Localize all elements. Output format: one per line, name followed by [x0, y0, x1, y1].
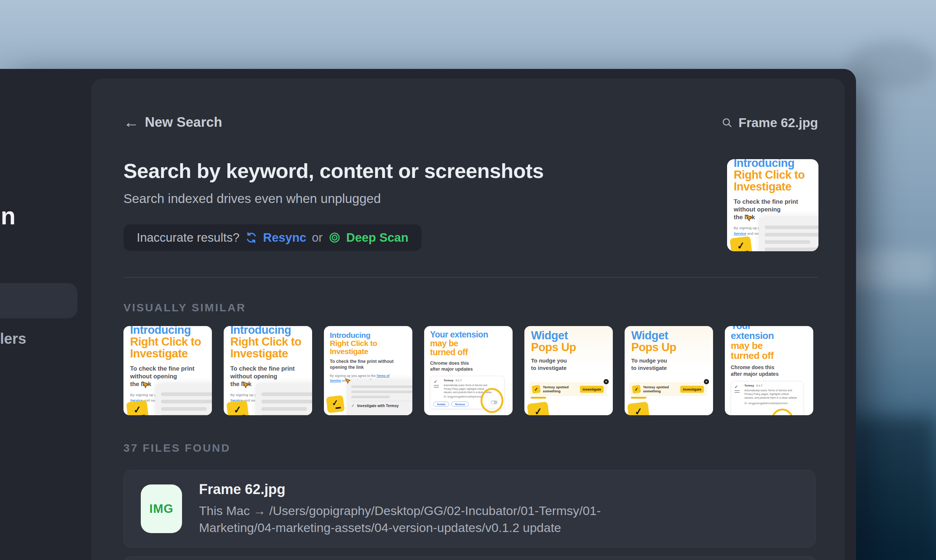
visually-similar-label: VISUALLY SIMILAR — [123, 302, 246, 314]
thumb-title: Right Click to Investigate — [130, 336, 207, 360]
details-button: Details — [433, 402, 449, 407]
thumb-body: Chrome does this after major updates — [731, 364, 808, 377]
termsy-sticker-icon: ✓ — [527, 402, 550, 415]
hand-cursor-icon — [140, 381, 151, 392]
thumb-kicker: Your extension — [731, 326, 790, 341]
similar-thumbnail-widget-popup[interactable]: Widget Pops Up To nudge you to investiga… — [625, 326, 713, 415]
highlight-ring — [771, 409, 794, 415]
thumb-kicker: Introducing — [230, 326, 307, 336]
visually-similar-row: Introducing Right Click to Investigate T… — [123, 326, 813, 415]
refresh-icon — [245, 231, 257, 244]
arrow-left-icon: ← — [123, 115, 139, 130]
termsy-sticker-icon: ✓ — [627, 402, 650, 415]
resync-prompt: Inaccurate results? — [137, 231, 240, 245]
termsy-mono-logo-icon: ✓ — [434, 380, 439, 388]
toast-text: Termsy spotted something — [543, 385, 577, 393]
section-divider — [123, 277, 818, 278]
deep-scan-icon — [328, 231, 341, 244]
page-subtitle: Search indexed drives even when unplugge… — [123, 191, 381, 206]
thumb-kicker: Introducing — [330, 331, 407, 339]
search-panel: ← New Search Frame 62.jpg Search by keyw… — [91, 78, 845, 560]
similar-thumbnail-rcti[interactable]: Introducing Right Click to Investigate T… — [727, 159, 819, 251]
query-filename-chip[interactable]: Frame 62.jpg — [721, 115, 818, 130]
similar-thumbnail-rcti[interactable]: Introducing Right Click to Investigate T… — [224, 326, 312, 415]
extension-description: Automatically scans Terms of Service and… — [744, 389, 801, 400]
result-row-partial[interactable] — [123, 556, 816, 560]
magnifier-icon — [721, 117, 733, 129]
termsy-sticker-icon: ✓ — [730, 236, 753, 251]
skeleton-tooltip: ✓ Investigate with Termsy — [347, 380, 413, 415]
close-dot-icon: × — [603, 379, 609, 384]
investigate-button: Investigate — [680, 386, 704, 393]
thumb-kicker: Introducing — [734, 159, 813, 169]
investigate-footer: ✓ Investigate with Termsy — [351, 401, 413, 408]
or-label: or — [312, 231, 322, 245]
back-label: New Search — [145, 115, 222, 130]
thumb-title: Right Click to Investigate — [734, 169, 813, 193]
investigate-button: Investigate — [580, 386, 603, 393]
extension-id: ID: langgciwcigjafbkhonahbapihemein — [744, 402, 801, 405]
skeleton-tooltip — [155, 383, 212, 415]
similar-thumbnail-rcti-small[interactable]: Introducing Right Click to Investigate T… — [324, 326, 413, 415]
thumb-title: Pops Up — [631, 342, 708, 353]
thumb-content: Introducing Right Click to Investigate T… — [324, 326, 413, 383]
img-file-badge: IMG — [141, 485, 182, 533]
termsy-toast: ✓ Termsy spotted something Investigate × — [629, 382, 707, 396]
skeleton-tooltip — [256, 383, 312, 415]
thumb-kicker: Widget — [531, 330, 608, 342]
thumb-content: Your extension may be turned off Chrome … — [424, 326, 513, 409]
highlight-ring — [480, 388, 503, 413]
skeleton-tooltip — [759, 217, 819, 251]
thumb-body: To nudge you to investigate — [531, 357, 608, 371]
resync-bar: Inaccurate results? Resync or Deep Scan — [123, 225, 422, 251]
extension-info-box: ✓ Termsy0.1.7 Automatically scans Terms … — [430, 376, 505, 409]
result-row[interactable]: IMG Frame 62.jpg This Mac → /Users/gopig… — [123, 470, 816, 548]
toast-text: Termsy spotted something — [643, 385, 678, 393]
hand-cursor-icon — [241, 381, 251, 392]
sidebar-item-folders-partial[interactable]: lers — [0, 331, 26, 346]
extension-buttons: Details Remove — [433, 402, 469, 407]
similar-thumbnail-extension-off[interactable]: Your extension may be turned off Chrome … — [424, 326, 513, 415]
thumb-kicker: Widget — [631, 330, 708, 342]
deep-scan-link[interactable]: Deep Scan — [346, 231, 409, 245]
sidebar-selected-item[interactable] — [0, 283, 77, 318]
hand-cursor-icon — [344, 378, 352, 387]
new-search-back-button[interactable]: ← New Search — [123, 115, 222, 130]
termsy-sticker-icon: ✓ — [532, 385, 540, 394]
similar-thumbnail-extension-off[interactable]: Your extension may be turned off Chrome … — [725, 326, 813, 415]
thumb-content: Widget Pops Up To nudge you to investiga… — [625, 326, 713, 371]
termsy-mini-logo-icon: ✓ — [351, 403, 354, 408]
page-title: Search by keyword, content or screenshot… — [123, 159, 543, 183]
wallpaper-haze-band — [844, 251, 936, 288]
files-found-label: 37 FILES FOUND — [123, 442, 231, 454]
thumb-title: Pops Up — [531, 342, 608, 353]
thumb-body: To check the fine print without opening … — [330, 359, 407, 370]
thumb-content: Your extension may be turned off Chrome … — [725, 326, 813, 415]
thumb-title: Right Click to Investigate — [330, 339, 407, 355]
thumb-content: Widget Pops Up To nudge you to investiga… — [524, 326, 613, 371]
similar-thumbnail-widget-popup[interactable]: Widget Pops Up To nudge you to investiga… — [524, 326, 613, 415]
resync-link[interactable]: Resync — [263, 231, 306, 245]
termsy-sticker-icon: ✓ — [126, 400, 149, 415]
thumb-body: To nudge you to investigate — [631, 357, 708, 371]
extension-info-box: ✓ Termsy0.1.7 Automatically scans Terms … — [731, 381, 804, 415]
query-image-thumbnail[interactable]: Introducing Right Click to Investigate T… — [727, 159, 819, 251]
thumb-kicker: Introducing — [130, 326, 207, 336]
similar-thumbnail-rcti[interactable]: Introducing Right Click to Investigate T… — [123, 326, 212, 415]
sidebar-partial-heading: n — [1, 204, 15, 228]
thumb-body: Chrome does this after major updates — [430, 360, 507, 372]
result-path: This Mac → /Users/gopigraphy/Desktop/GG/… — [199, 503, 630, 537]
close-dot-icon: × — [704, 379, 709, 384]
wallpaper-mountain-ridge — [848, 416, 936, 560]
thumb-title: may be turned off — [731, 341, 808, 361]
termsy-sticker-icon: ✓ — [226, 400, 249, 415]
wallpaper-mountain-haze — [848, 40, 936, 88]
query-filename: Frame 62.jpg — [739, 115, 818, 130]
termsy-sticker-icon: ✓ — [632, 385, 641, 394]
termsy-toast: ✓ Termsy spotted something Investigate × — [529, 382, 607, 396]
thumb-kicker: Your extension — [430, 331, 507, 339]
thumb-title: Right Click to Investigate — [230, 336, 307, 360]
remove-button: Remove — [451, 402, 469, 407]
hand-cursor-icon — [744, 214, 754, 226]
app-window: n lers ← New Search Frame 62.jpg Search … — [0, 69, 856, 560]
